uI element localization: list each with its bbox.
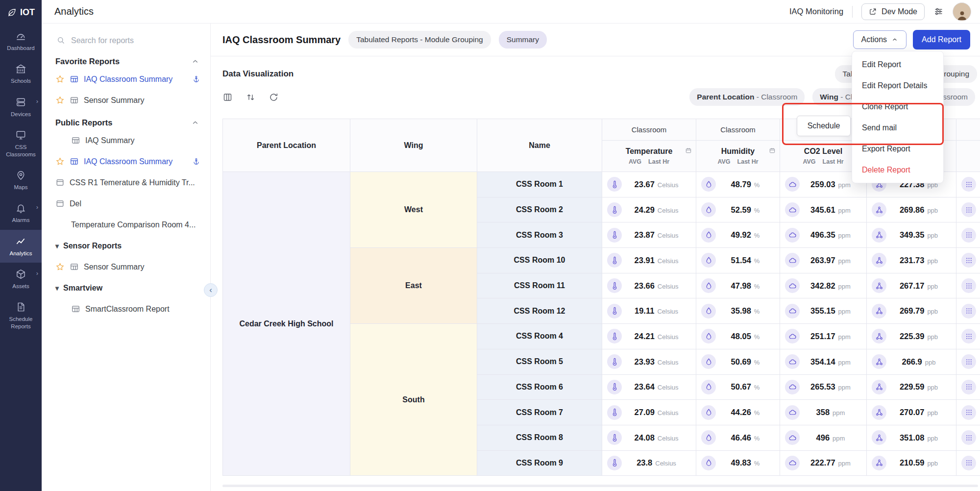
menu-item-send-mail[interactable]: Send mail bbox=[852, 117, 943, 138]
report-item-del[interactable]: Del bbox=[55, 193, 203, 214]
menu-item-delete-report[interactable]: Delete Report bbox=[852, 159, 943, 180]
temperature-cell: 24.08Celsius bbox=[602, 425, 696, 450]
cube-icon bbox=[15, 269, 26, 280]
room-name-cell: CSS Room 3 bbox=[477, 222, 602, 248]
sidebar-collapse-button[interactable]: ‹ bbox=[204, 283, 218, 297]
co2-cell: 222.77ppm bbox=[780, 450, 867, 476]
sidebar-item-maps[interactable]: Maps bbox=[0, 164, 42, 196]
molecule-icon bbox=[872, 430, 886, 445]
humidity-cell: 46.46% bbox=[696, 425, 780, 450]
public-section-header[interactable]: Public Reports bbox=[55, 118, 203, 127]
report-item-iaq-classroom-summary[interactable]: IAQ Classroom Summary bbox=[55, 69, 203, 90]
sidebar-item-css-classrooms[interactable]: CSS Classrooms bbox=[0, 123, 42, 164]
temperature-cell: 23.93Celsius bbox=[602, 349, 696, 374]
table-icon bbox=[70, 262, 79, 271]
dev-mode-button[interactable]: Dev Mode bbox=[861, 3, 925, 20]
humidity-cell: 49.83% bbox=[696, 450, 780, 476]
star-icon[interactable] bbox=[55, 96, 65, 105]
external-link-icon bbox=[869, 7, 877, 16]
thermometer-icon bbox=[607, 380, 622, 394]
tvoc-cell: 269.86ppb bbox=[867, 197, 956, 222]
report-item-smartclassroom-report[interactable]: SmartClassroom Report bbox=[55, 298, 203, 319]
droplet-icon bbox=[701, 177, 716, 192]
star-icon[interactable] bbox=[55, 74, 65, 84]
report-item-temperature-comparison[interactable]: Temperature Comparison Room 4... bbox=[55, 214, 203, 235]
sidebar-item-assets[interactable]: ›Assets bbox=[0, 263, 42, 295]
temperature-cell: 24.21Celsius bbox=[602, 324, 696, 349]
classroom-group-header: Classroom bbox=[696, 119, 780, 141]
co2-cell: 263.97ppm bbox=[780, 248, 867, 273]
tree-item-smartview[interactable]: ▾ Smartview bbox=[55, 277, 203, 298]
room-name-cell: CSS Room 2 bbox=[477, 197, 602, 222]
sidebar-item-devices[interactable]: ›Devices bbox=[0, 91, 42, 123]
tvoc-cell: 229.59ppb bbox=[867, 374, 956, 400]
thermometer-icon bbox=[607, 202, 622, 217]
tree-item-sensor-reports[interactable]: ▾ Sensor Reports bbox=[55, 235, 203, 256]
sidebar-item-dashboard[interactable]: Dashboard bbox=[0, 25, 42, 57]
room-name-cell: CSS Room 11 bbox=[477, 273, 602, 298]
sidebar-item-alarms[interactable]: ›Alarms bbox=[0, 196, 42, 229]
molecule-icon bbox=[872, 329, 886, 344]
report-item-sensor-summary-public[interactable]: Sensor Summary bbox=[55, 256, 203, 277]
calendar-icon[interactable] bbox=[685, 147, 692, 154]
star-icon[interactable] bbox=[55, 262, 65, 271]
chevron-right-icon: › bbox=[36, 98, 38, 105]
report-item-iaq-classroom-summary-public[interactable]: IAQ Classroom Summary bbox=[55, 151, 203, 172]
menu-item-edit-report-details[interactable]: Edit Report Details bbox=[852, 75, 943, 96]
horizontal-scrollbar[interactable] bbox=[222, 485, 978, 487]
menu-item-edit-report[interactable]: Edit Report bbox=[852, 54, 943, 75]
report-item-iaq-summary[interactable]: IAQ Summary bbox=[55, 130, 203, 151]
sidebar-item-schedule-reports[interactable]: Schedule Reports bbox=[0, 295, 42, 336]
refresh-icon[interactable] bbox=[269, 92, 279, 102]
tvoc-cell: 351.08ppb bbox=[867, 425, 956, 450]
cloud-icon bbox=[785, 354, 800, 369]
favorites-section-header[interactable]: Favorite Reports bbox=[55, 57, 203, 66]
anchor-icon[interactable] bbox=[192, 157, 200, 166]
avatar[interactable] bbox=[953, 2, 971, 21]
temperature-cell: 23.87Celsius bbox=[602, 222, 696, 248]
data-visualization-title: Data Visualization bbox=[222, 69, 294, 79]
droplet-icon bbox=[701, 253, 716, 268]
anchor-icon[interactable] bbox=[192, 75, 200, 83]
sliders-icon[interactable] bbox=[933, 6, 944, 17]
report-item-css-r1[interactable]: CSS R1 Temerature & Humidity Tr... bbox=[55, 172, 203, 193]
cloud-icon bbox=[785, 202, 800, 217]
droplet-icon bbox=[701, 304, 716, 319]
columns-icon[interactable] bbox=[222, 92, 233, 102]
thermometer-icon bbox=[607, 354, 622, 369]
tvoc-cell: 269.79ppb bbox=[867, 298, 956, 324]
cloud-icon bbox=[785, 177, 800, 192]
humidity-cell: 44.26% bbox=[696, 400, 780, 425]
top-bar: Analytics IAQ Monitoring Dev Mode bbox=[42, 0, 980, 24]
humidity-cell: 47.98% bbox=[696, 273, 780, 298]
sidebar-item-schools[interactable]: Schools bbox=[0, 57, 42, 90]
cloud-icon bbox=[785, 304, 800, 319]
droplet-icon bbox=[701, 354, 716, 369]
report-search[interactable] bbox=[55, 31, 203, 49]
cloud-icon bbox=[785, 329, 800, 344]
chevron-up-icon[interactable] bbox=[191, 57, 199, 66]
menu-item-export-report[interactable]: Export Report bbox=[852, 138, 943, 159]
app-sidebar: IOT Dashboard Schools ›Devices CSS Class… bbox=[0, 0, 42, 491]
wing-cell-west: West bbox=[350, 172, 477, 248]
grouping-chip-parent-location[interactable]: Parent Location - Classroom bbox=[689, 88, 805, 106]
bell-icon bbox=[15, 202, 26, 214]
humidity-cell: 48.05% bbox=[696, 324, 780, 349]
menu-item-clone-report[interactable]: Clone Report bbox=[852, 96, 943, 117]
humidity-cell: 51.54% bbox=[696, 248, 780, 273]
particles-icon bbox=[961, 405, 976, 420]
cloud-icon bbox=[785, 405, 800, 420]
pm-cell bbox=[956, 197, 980, 222]
thermometer-icon bbox=[607, 278, 622, 293]
calendar-icon[interactable] bbox=[769, 147, 776, 154]
actions-button[interactable]: Actions bbox=[853, 30, 906, 49]
chevron-up-icon[interactable] bbox=[191, 119, 199, 127]
humidity-header: Humidity AVGLast Hr bbox=[696, 141, 780, 172]
sort-swap-icon[interactable] bbox=[245, 92, 256, 102]
report-item-sensor-summary[interactable]: Sensor Summary bbox=[55, 90, 203, 111]
search-input[interactable] bbox=[71, 36, 202, 45]
menu-item-schedule[interactable]: Schedule bbox=[797, 116, 851, 136]
add-report-button[interactable]: Add Report bbox=[913, 30, 970, 49]
star-icon[interactable] bbox=[55, 157, 65, 166]
sidebar-item-analytics[interactable]: Analytics bbox=[0, 230, 42, 263]
